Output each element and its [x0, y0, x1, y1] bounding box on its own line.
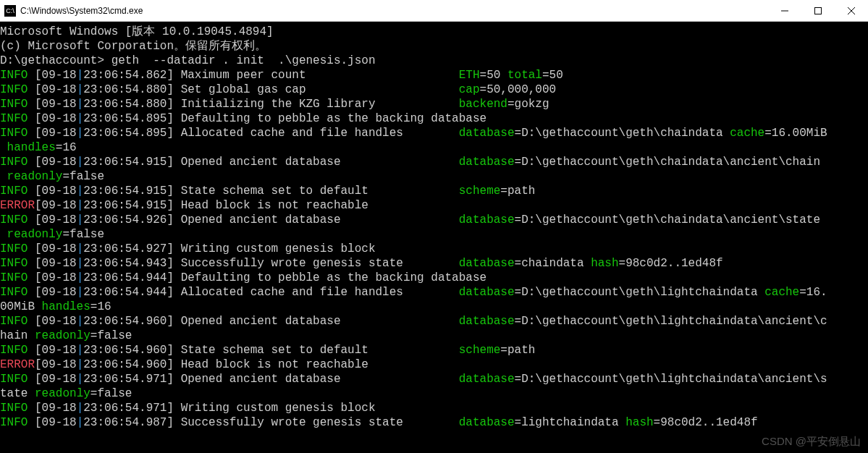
terminal-line: INFO [09-18|23:06:54.971] Writing custom… — [0, 401, 868, 415]
terminal-line: INFO [09-18|23:06:54.880] Set global gas… — [0, 82, 868, 97]
terminal-line: readonly=false — [0, 169, 868, 184]
terminal-line: INFO [09-18|23:06:54.880] Initializing t… — [0, 97, 868, 111]
terminal-line: INFO [09-18|23:06:54.862] Maximum peer c… — [0, 68, 868, 82]
terminal-line: INFO [09-18|23:06:54.927] Writing custom… — [0, 242, 868, 256]
minimize-button[interactable] — [768, 0, 801, 21]
terminal-line: ERROR[09-18|23:06:54.915] Head block is … — [0, 198, 868, 213]
terminal-line: tate readonly=false — [0, 386, 868, 401]
terminal-line: 00MiB handles=16 — [0, 300, 868, 314]
minimize-icon — [781, 7, 788, 14]
terminal-line: INFO [09-18|23:06:54.987] Successfully w… — [0, 415, 868, 430]
terminal-line: ERROR[09-18|23:06:54.960] Head block is … — [0, 357, 868, 372]
svg-rect-1 — [815, 7, 822, 14]
terminal-line: INFO [09-18|23:06:54.943] Successfully w… — [0, 256, 868, 271]
terminal-line: readonly=false — [0, 227, 868, 242]
close-icon — [848, 7, 855, 14]
watermark: CSDN @平安倒悬山 — [762, 435, 861, 449]
terminal-line: INFO [09-18|23:06:54.971] Opened ancient… — [0, 372, 868, 386]
titlebar-left: C:\ C:\Windows\System32\cmd.exe — [0, 5, 143, 17]
terminal-line: INFO [09-18|23:06:54.944] Defaulting to … — [0, 271, 868, 285]
terminal-line: INFO [09-18|23:06:54.926] Opened ancient… — [0, 213, 868, 227]
window-controls — [768, 0, 868, 21]
maximize-icon — [814, 7, 822, 14]
terminal-line: INFO [09-18|23:06:54.915] State schema s… — [0, 184, 868, 198]
terminal-line: INFO [09-18|23:06:54.915] Opened ancient… — [0, 155, 868, 169]
terminal-line: INFO [09-18|23:06:54.895] Defaulting to … — [0, 111, 868, 126]
terminal-line: INFO [09-18|23:06:54.960] Opened ancient… — [0, 314, 868, 329]
terminal-line: hain readonly=false — [0, 329, 868, 343]
terminal-output[interactable]: Microsoft Windows [版本 10.0.19045.4894](c… — [0, 22, 868, 430]
terminal-line: Microsoft Windows [版本 10.0.19045.4894] — [0, 25, 868, 39]
cmd-icon: C:\ — [4, 5, 16, 17]
maximize-button[interactable] — [801, 0, 835, 21]
terminal-line: INFO [09-18|23:06:54.944] Allocated cach… — [0, 285, 868, 300]
window-title: C:\Windows\System32\cmd.exe — [20, 6, 143, 16]
terminal-line: handles=16 — [0, 140, 868, 155]
terminal-line: D:\gethaccount> geth --datadir . init .\… — [0, 54, 868, 68]
terminal-line: INFO [09-18|23:06:54.895] Allocated cach… — [0, 126, 868, 140]
terminal-line: INFO [09-18|23:06:54.960] State schema s… — [0, 343, 868, 357]
close-button[interactable] — [835, 0, 868, 21]
terminal-line: (c) Microsoft Corporation。保留所有权利。 — [0, 39, 868, 54]
window-titlebar: C:\ C:\Windows\System32\cmd.exe — [0, 0, 868, 22]
